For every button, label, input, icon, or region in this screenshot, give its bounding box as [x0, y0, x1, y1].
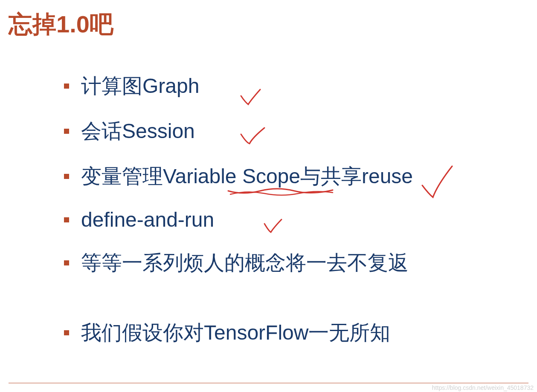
bullet-text: 计算图Graph	[81, 72, 199, 100]
bullet-text: 会话Session	[81, 118, 195, 145]
bullet-icon	[64, 260, 69, 265]
watermark-text: https://blog.csdn.net/weixin_45018732	[432, 384, 534, 391]
list-item: define-and-run	[64, 208, 413, 231]
list-item: 会话Session	[64, 118, 413, 145]
bullet-icon	[64, 174, 69, 179]
list-item: 我们假设你对TensorFlow一无所知	[64, 319, 413, 346]
list-item: 计算图Graph	[64, 72, 413, 100]
bullet-text: define-and-run	[81, 208, 214, 231]
list-item: 变量管理Variable Scope与共享reuse	[64, 163, 413, 190]
list-item: 等等一系列烦人的概念将一去不复返	[64, 249, 413, 277]
bullet-icon	[64, 217, 69, 222]
bullet-list: 计算图Graph 会话Session 变量管理Variable Scope与共享…	[64, 72, 413, 364]
checkmark-icon	[418, 164, 456, 202]
slide-title: 忘掉1.0吧	[9, 9, 113, 41]
bullet-text: 等等一系列烦人的概念将一去不复返	[81, 249, 409, 277]
bullet-icon	[64, 330, 69, 335]
bullet-icon	[64, 129, 69, 134]
bullet-text: 变量管理Variable Scope与共享reuse	[81, 163, 413, 190]
bullet-text: 我们假设你对TensorFlow一无所知	[81, 319, 390, 346]
bullet-icon	[64, 84, 69, 89]
divider-line	[9, 383, 528, 383]
